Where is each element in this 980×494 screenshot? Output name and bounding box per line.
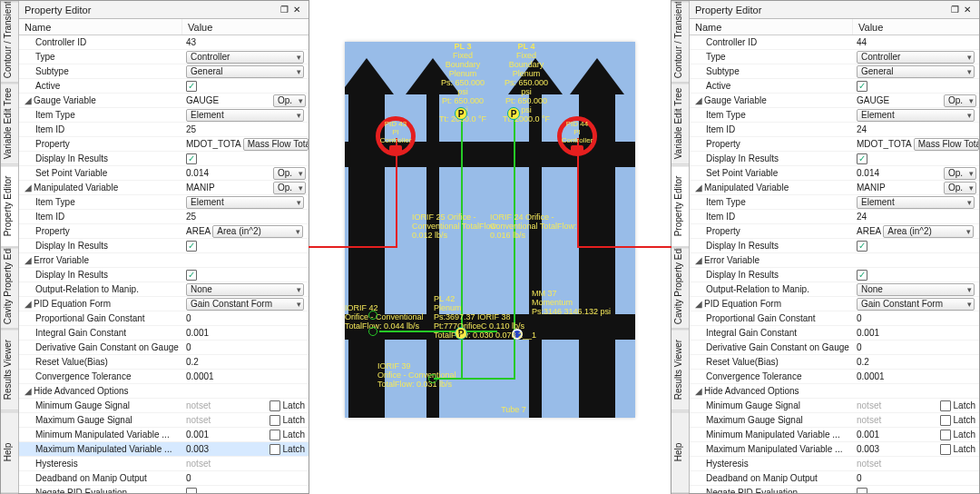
sidebar-tab[interactable]: Cavity Property Editor: [1, 247, 18, 329]
checkbox[interactable]: ✓: [186, 241, 197, 252]
toggle-icon[interactable]: ◢: [695, 386, 704, 396]
property-name: Item ID: [19, 124, 182, 134]
property-value: notset: [182, 459, 309, 469]
op-button[interactable]: Op.▾: [944, 182, 976, 194]
toggle-icon[interactable]: ◢: [24, 386, 34, 396]
property-name: Set Point Variable: [690, 168, 853, 178]
checkbox[interactable]: ✓: [186, 153, 197, 164]
dropdown[interactable]: Area (in^2)▾: [212, 225, 303, 238]
dropdown[interactable]: General▾: [186, 65, 304, 78]
pid-controller-node-44[interactable]: PID 44 PI Controller...: [557, 116, 597, 156]
checkbox[interactable]: [186, 488, 197, 494]
checkbox[interactable]: [940, 415, 951, 426]
sidebar-tab[interactable]: Variable Edit Tree: [671, 83, 689, 164]
toggle-icon[interactable]: ◢: [24, 183, 34, 193]
dropdown[interactable]: Area (in^2)▾: [883, 225, 974, 238]
checkbox[interactable]: [940, 444, 951, 455]
dropdown[interactable]: None▾: [186, 283, 304, 296]
dropdown[interactable]: Gain Constant Form▾: [857, 298, 975, 311]
toggle-icon[interactable]: ◢: [695, 299, 704, 309]
checkbox[interactable]: [857, 488, 867, 494]
value-text: AREA: [857, 226, 881, 236]
checkbox[interactable]: ✓: [857, 241, 867, 252]
plenum-node[interactable]: P: [455, 107, 467, 120]
sidebar-tab[interactable]: Contour / Transient Animation: [1, 1, 18, 83]
dropdown[interactable]: Gain Constant Form▾: [186, 298, 304, 311]
op-button[interactable]: Op.▾: [273, 167, 306, 180]
checkbox[interactable]: [270, 430, 280, 440]
sidebar-tab[interactable]: Property Editor: [671, 165, 689, 247]
property-name: ◢ PID Equation Form: [690, 299, 853, 309]
checkbox[interactable]: [940, 400, 951, 411]
property-value: 0.001Latch: [182, 430, 309, 440]
value-text: GAUGE: [857, 95, 889, 105]
value-text: 0: [857, 342, 862, 352]
close-icon[interactable]: ✕: [290, 1, 303, 19]
plenum-node[interactable]: P: [507, 107, 520, 120]
op-button[interactable]: Op.▾: [273, 182, 306, 194]
property-name: Item Type: [19, 197, 182, 207]
sidebar-tab[interactable]: Contour / Transient Animation: [671, 1, 689, 83]
toggle-icon[interactable]: ◢: [695, 255, 704, 265]
property-value: 0: [182, 473, 309, 483]
value-text: 0: [186, 313, 191, 323]
sidebar-tab[interactable]: Results Viewer: [1, 329, 18, 410]
property-name: Display In Results: [690, 270, 853, 280]
sidebar-tab[interactable]: Results Viewer: [671, 329, 689, 410]
dropdown[interactable]: Controller▾: [186, 51, 304, 64]
value-text: MDOT_TOTA: [857, 139, 912, 149]
sidebar-tab[interactable]: Cavity Property Editor: [671, 247, 689, 329]
sidebar-tab[interactable]: Help: [1, 411, 18, 493]
property-row: Negate PID Evaluation: [690, 486, 979, 493]
op-button[interactable]: Op.▾: [273, 94, 306, 107]
dropdown[interactable]: Element▾: [857, 196, 975, 209]
toggle-icon[interactable]: ◢: [695, 183, 704, 193]
checkbox[interactable]: ✓: [857, 270, 867, 281]
chevron-down-icon: ▾: [965, 300, 972, 309]
checkbox[interactable]: ✓: [857, 153, 867, 164]
property-name: Type: [19, 52, 182, 62]
pid-controller-node-43[interactable]: PID 43 PI Controller...: [376, 116, 416, 156]
sidebar-tab[interactable]: Property Editor: [1, 165, 18, 247]
chevron-down-icon: ▾: [965, 285, 972, 294]
property-value: 0.001Latch: [853, 430, 979, 440]
dropdown[interactable]: None▾: [857, 283, 975, 296]
undock-icon[interactable]: ❐: [278, 1, 290, 19]
property-row: ◢ Manipulated Variable MANIPOp.▾: [19, 181, 309, 195]
property-value: ✓: [853, 81, 979, 92]
property-value: 0.003Latch: [182, 444, 309, 455]
toggle-icon[interactable]: ◢: [695, 95, 704, 105]
property-row: ◢ Gauge Variable GAUGEOp.▾: [690, 94, 979, 108]
dropdown[interactable]: Mass Flow Total (pps)▾: [243, 138, 309, 151]
close-icon[interactable]: ✕: [961, 1, 974, 19]
property-row: Item ID 24: [690, 210, 979, 224]
checkbox[interactable]: ✓: [186, 81, 197, 92]
dropdown[interactable]: Element▾: [857, 109, 975, 122]
toggle-icon[interactable]: ◢: [24, 95, 34, 105]
dropdown[interactable]: Mass Flow Total (pps)▾: [914, 138, 979, 151]
op-button[interactable]: Op.▾: [944, 167, 976, 180]
checkbox[interactable]: ✓: [186, 270, 197, 281]
toggle-icon[interactable]: ◢: [24, 255, 34, 265]
dropdown[interactable]: Controller▾: [857, 51, 975, 64]
property-row: ◢ Error Variable: [690, 253, 979, 268]
property-name: Item ID: [690, 212, 853, 222]
dropdown[interactable]: Element▾: [186, 109, 304, 122]
dropdown[interactable]: General▾: [857, 65, 975, 78]
chevron-down-icon: ▾: [294, 300, 301, 309]
checkbox[interactable]: ✓: [857, 81, 867, 92]
dropdown[interactable]: Element▾: [186, 196, 304, 209]
property-row: Set Point Variable 0.014Op.▾: [19, 166, 309, 181]
checkbox[interactable]: [270, 415, 280, 426]
checkbox[interactable]: [270, 444, 280, 455]
toggle-icon[interactable]: ◢: [24, 299, 34, 309]
sidebar-tab[interactable]: Variable Edit Tree: [1, 83, 18, 164]
property-name: Negate PID Evaluation: [19, 488, 182, 493]
checkbox[interactable]: [270, 400, 280, 411]
sidebar-tab[interactable]: Help: [671, 411, 689, 493]
property-value: notsetLatch: [853, 400, 979, 411]
undock-icon[interactable]: ❐: [948, 1, 961, 19]
op-button[interactable]: Op.▾: [944, 94, 976, 107]
checkbox[interactable]: [940, 430, 951, 440]
property-name: Property: [690, 226, 853, 236]
